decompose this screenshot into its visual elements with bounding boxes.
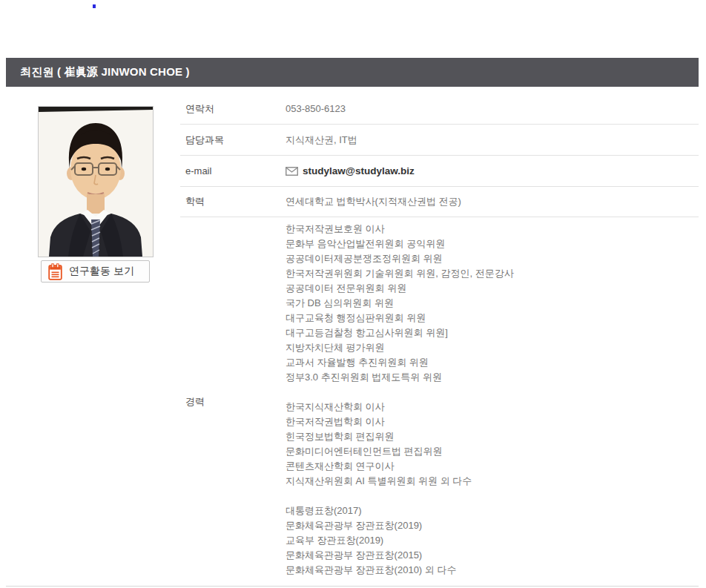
career-line: 교과서 자율발행 추진위원회 위원 [286,355,699,370]
artifact-dot [93,4,96,8]
profile-header-bar: 최진원 ( 崔眞源 JINWON CHOE ) [6,58,699,87]
career-block-positions: 한국저작권보호원 이사문화부 음악산업발전위원회 공익위원공공데이터제공분쟁조정… [286,222,699,385]
career-line: 힌국정보법학회 편집위원 [286,429,699,444]
career-line: 문화체육관광부 장관표창(2019) [286,518,699,533]
bottom-divider [6,586,699,587]
professor-name-title: 최진원 ( 崔眞源 JINWON CHOE ) [20,65,190,79]
research-activity-button[interactable]: 연구활동 보기 [41,260,150,283]
career-line: 공공데이터제공분쟁조정위원회 위원 [286,251,699,266]
portrait-photo-image [39,107,153,257]
info-row-subjects: 담당과목 지식재산권, IT법 [180,125,699,156]
info-row-email: e-mail studylaw@studylaw.biz [180,156,699,187]
career-line: 콘텐츠재산학회 연구이사 [286,459,699,474]
profile-info-table: 연락처 053-850-6123 담당과목 지식재산권, IT법 e-mail … [180,93,699,586]
subjects-label: 담당과목 [180,133,286,147]
career-line: 대통령표창(2017) [286,503,699,518]
career-line: 지방자치단체 평가위원 [286,340,699,355]
email-link[interactable]: studylaw@studylaw.biz [303,165,415,176]
profile-photo [38,106,154,257]
career-line: 한국저작권법학회 이사 [286,414,699,429]
career-block-awards: 대통령표창(2017)문화체육관광부 장관표창(2019)교육부 장관표창(20… [286,503,699,578]
contact-value: 053-850-6123 [286,103,699,114]
career-value: 한국저작권보호원 이사문화부 음악산업발전위원회 공익위원공공데이터제공분쟁조정… [286,217,699,586]
career-line: 한국저작권위원회 기술위원회 위원, 감정인, 전문강사 [286,266,699,281]
career-label: 경력 [180,217,286,586]
notepad-icon [48,263,62,280]
career-line: 정부3.0 추진위원회 법제도특위 위원 [286,370,699,385]
subjects-value: 지식재산권, IT법 [286,133,699,147]
email-label: e-mail [180,165,286,176]
career-line: 문화미디어엔터테인먼트법 편집위원 [286,444,699,459]
envelope-icon [286,167,298,176]
research-activity-label: 연구활동 보기 [69,265,134,278]
career-line: 문화체육관광부 장관표창(2015) [286,548,699,563]
career-line: 문화부 음악산업발전위원회 공익위원 [286,237,699,251]
info-row-education: 학력 연세대학교 법학박사(지적재산권법 전공) [180,187,699,217]
info-row-contact: 연락처 053-850-6123 [180,93,699,125]
contact-label: 연락처 [180,102,286,116]
career-line: 국가 DB 심의위원회 위원 [286,296,699,311]
info-row-career: 경력 한국저작권보호원 이사문화부 음악산업발전위원회 공익위원공공데이터제공분… [180,217,699,586]
education-label: 학력 [180,195,286,208]
education-value: 연세대학교 법학박사(지적재산권법 전공) [286,195,699,208]
career-line: 한국저작권보호원 이사 [286,222,699,237]
career-line: 한국지식재산학회 이사 [286,400,699,414]
career-line: 공공데이터 전문위원회 위원 [286,281,699,296]
career-block-academic: 한국지식재산학회 이사한국저작권법학회 이사힌국정보법학회 편집위원문화미디어엔… [286,400,699,489]
career-line: 지식재산위원회 AI 특별위원회 위원 외 다수 [286,474,699,489]
career-line: 대구교육청 행정심판위원회 위원 [286,311,699,326]
career-line: 교육부 장관표창(2019) [286,533,699,548]
career-line: 대구고등검찰청 항고심사위원회 위원] [286,326,699,340]
career-line: 문화체육관광부 장관표창(2010) 외 다수 [286,563,699,578]
